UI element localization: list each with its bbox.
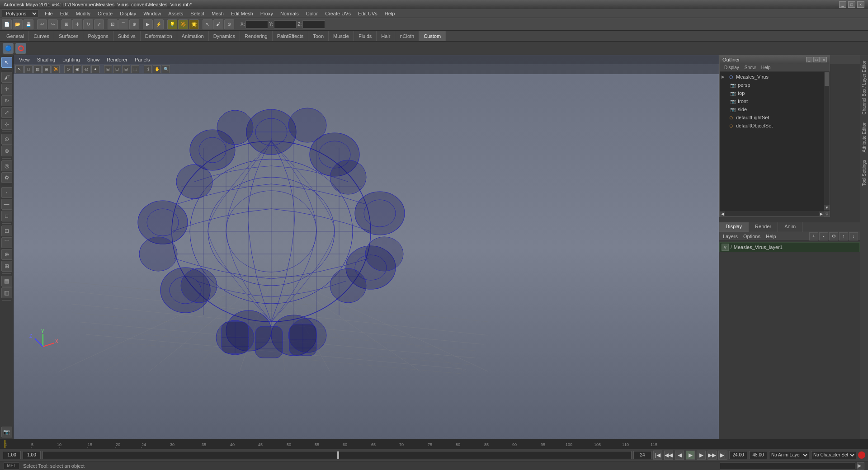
create-layer-btn[interactable]: +: [809, 232, 818, 240]
delete-layer-btn[interactable]: -: [819, 232, 828, 240]
vp-smooth-btn[interactable]: ●: [91, 65, 99, 73]
menu-select[interactable]: Select: [187, 9, 208, 18]
render-button[interactable]: ▶: [143, 19, 153, 29]
shelf-tab-polygons[interactable]: Polygons: [83, 31, 113, 41]
play-range-handle[interactable]: [337, 451, 339, 459]
menu-help[interactable]: Help: [381, 9, 399, 18]
menu-mesh[interactable]: Mesh: [208, 9, 227, 18]
light2-button[interactable]: 🔆: [178, 19, 188, 29]
vp-menu-lighting[interactable]: Lighting: [59, 56, 84, 63]
menu-color[interactable]: Color: [302, 9, 321, 18]
timeline-ruler[interactable]: 1 5 10 15 20 24 30 35 40 45 50 55 60: [0, 440, 868, 448]
mode-selector[interactable]: Polygons Surfaces Dynamics Rendering Ani…: [2, 9, 38, 18]
vp-zoom-btn[interactable]: 🔍: [162, 65, 170, 73]
select-button[interactable]: ↖: [203, 19, 212, 29]
vp-film-gate-btn[interactable]: ⊡: [113, 65, 121, 73]
move-tool-button[interactable]: ✛: [1, 84, 12, 94]
maximize-button[interactable]: □: [848, 1, 855, 8]
outliner-close[interactable]: ×: [821, 57, 827, 62]
vp-select-btn[interactable]: ↖: [15, 65, 24, 73]
show-manipulator-button[interactable]: ⊹: [1, 119, 12, 130]
shelf-tab-ncloth[interactable]: nCloth: [395, 31, 419, 41]
snap-grid-lt-button[interactable]: ⊡: [1, 226, 12, 236]
step-forward-button[interactable]: ▶: [697, 451, 706, 460]
shelf-tab-surfaces[interactable]: Surfaces: [54, 31, 83, 41]
shelf-tab-dynamics[interactable]: Dynamics: [209, 31, 240, 41]
outliner-menu-show[interactable]: Show: [742, 64, 759, 71]
vertex-button[interactable]: ·: [1, 187, 12, 198]
outliner-menu-display[interactable]: Display: [722, 64, 742, 71]
face-button[interactable]: □: [1, 211, 12, 221]
menu-file[interactable]: File: [41, 9, 57, 18]
x-input[interactable]: [245, 20, 268, 28]
outliner-scrollbar[interactable]: ▼ ▽: [824, 72, 830, 216]
layer-create-lt-button[interactable]: ▤: [1, 276, 12, 287]
vp-texture-btn[interactable]: ⊞: [42, 65, 51, 73]
ipr-button[interactable]: ⚡: [154, 19, 164, 29]
minimize-button[interactable]: _: [839, 1, 846, 8]
scroll-left-btn[interactable]: ◀: [720, 212, 725, 216]
scale-tool-button[interactable]: ⤢: [1, 107, 12, 118]
outliner-item-top[interactable]: 📷 top: [720, 89, 830, 97]
select-tool-button[interactable]: ↖: [1, 57, 12, 68]
lasso-button[interactable]: ⊙: [224, 19, 234, 29]
anim-layer-select[interactable]: No Anim Layer: [769, 451, 809, 459]
vp-menu-shading[interactable]: Shading: [33, 56, 59, 63]
vp-light-btn[interactable]: 🔆: [52, 65, 60, 73]
outliner-item-front[interactable]: 📷 front: [720, 97, 830, 105]
snap-point-button[interactable]: ⊕: [129, 19, 139, 29]
vp-shaded-btn[interactable]: ◉: [73, 65, 81, 73]
close-button[interactable]: ×: [857, 1, 864, 8]
snap-curve-lt-button[interactable]: ⌒: [1, 237, 12, 248]
paint-tool-button[interactable]: 🖌: [1, 72, 12, 83]
vp-wireframe-btn[interactable]: ⊙: [64, 65, 72, 73]
rsb-tab-tool-settings[interactable]: Tool Settings: [861, 156, 868, 189]
cb-tab-anim[interactable]: Anim: [778, 222, 802, 232]
snap-grid-button[interactable]: ⊡: [108, 19, 118, 29]
shelf-tab-deformation[interactable]: Deformation: [141, 31, 177, 41]
menu-proxy[interactable]: Proxy: [257, 9, 277, 18]
vp-resolution-btn[interactable]: ⊟: [122, 65, 130, 73]
skip-start-button[interactable]: |◀: [653, 451, 662, 460]
expand-icon[interactable]: ▶: [722, 75, 727, 79]
layer-move-up-btn[interactable]: ↑: [839, 232, 848, 240]
layer-move-dn-btn[interactable]: ↓: [849, 232, 858, 240]
auto-keyframe-button[interactable]: [858, 451, 865, 459]
vp-grid-btn[interactable]: ⊞: [104, 65, 112, 73]
menu-create-uvs[interactable]: Create UVs: [321, 9, 354, 18]
transform-button[interactable]: ⊞: [61, 19, 71, 29]
layer-menu-help[interactable]: Help: [764, 234, 778, 239]
scale-button[interactable]: ⤢: [94, 19, 104, 29]
shelf-tab-custom[interactable]: Custom: [419, 31, 446, 41]
outliner-menu-help[interactable]: Help: [759, 64, 774, 71]
vp-menu-show[interactable]: Show: [84, 56, 104, 63]
playback-total-end-input[interactable]: [749, 451, 767, 459]
outliner-maximize[interactable]: □: [813, 57, 820, 62]
vp-menu-renderer[interactable]: Renderer: [103, 56, 131, 63]
edge-button[interactable]: —: [1, 199, 12, 210]
layer-menu-options[interactable]: Options: [741, 234, 762, 239]
light3-button[interactable]: 🌟: [189, 19, 199, 29]
open-scene-button[interactable]: 📂: [13, 19, 23, 29]
shelf-tab-muscle[interactable]: Muscle: [329, 31, 354, 41]
shelf-tab-subdivs[interactable]: Subdivs: [113, 31, 141, 41]
play-forward-button[interactable]: ▶: [686, 451, 695, 460]
cb-tab-display[interactable]: Display: [719, 222, 749, 232]
layer-opts-btn[interactable]: ⚙: [829, 232, 838, 240]
outliner-item-default-object-set[interactable]: ⊙ defaultObjectSet: [720, 122, 830, 130]
shelf-icon-1[interactable]: 🔵: [3, 43, 14, 54]
redo-button[interactable]: ↪: [48, 19, 58, 29]
layer-visibility-btn[interactable]: V: [722, 244, 729, 251]
camera-lt-button[interactable]: 📷: [1, 427, 12, 437]
snap-point-lt-button[interactable]: ⊕: [1, 249, 12, 260]
shelf-tab-hair[interactable]: Hair: [377, 31, 395, 41]
shelf-icon-2[interactable]: ⭕: [15, 43, 26, 54]
layer-edit-lt-button[interactable]: ▥: [1, 287, 12, 298]
menu-display[interactable]: Display: [116, 9, 140, 18]
outliner-item-measles-virus[interactable]: ▶ ⬡ Measles_Virus: [720, 73, 830, 81]
menu-window[interactable]: Window: [140, 9, 165, 18]
layer-name-label[interactable]: Measles_Virus_layer1: [734, 244, 783, 250]
vp-hud-btn[interactable]: ℹ: [144, 65, 152, 73]
outliner-content[interactable]: ▶ ⬡ Measles_Virus 📷 persp 📷 top 📷 front: [720, 72, 830, 216]
step-back-button[interactable]: ◀: [675, 451, 684, 460]
